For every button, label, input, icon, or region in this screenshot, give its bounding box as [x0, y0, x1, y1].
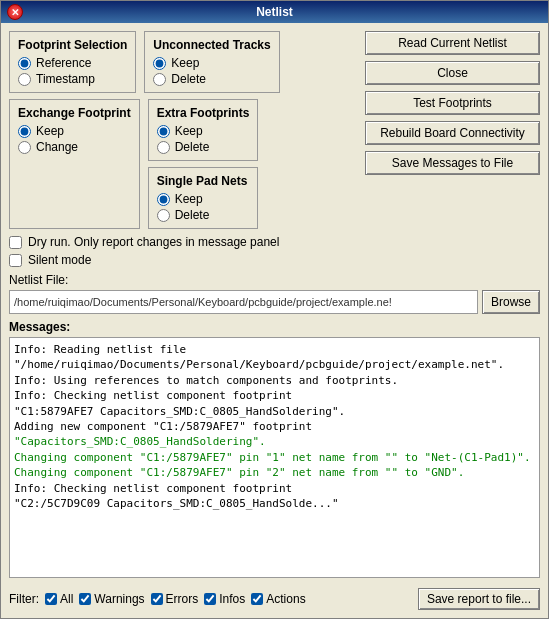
msg-line-9: Changing component "C1:/5879AFE7" pin "2…: [14, 465, 535, 480]
extra-delete-row[interactable]: Delete: [157, 140, 250, 154]
filter-infos-row[interactable]: Infos: [204, 592, 245, 606]
msg-line-3: Info: Using references to match componen…: [14, 373, 535, 388]
filter-infos-checkbox[interactable]: [204, 593, 216, 605]
exchange-keep-radio[interactable]: [18, 125, 31, 138]
msg-line-1: Info: Reading netlist file: [14, 342, 535, 357]
right-buttons: Read Current Netlist Close Test Footprin…: [365, 31, 540, 229]
single-pad-nets-panel: Single Pad Nets Keep Delete: [148, 167, 259, 229]
netlist-file-input[interactable]: [9, 290, 478, 314]
filter-label: Filter:: [9, 592, 39, 606]
footprint-reference-radio[interactable]: [18, 57, 31, 70]
filter-all-label: All: [60, 592, 73, 606]
filter-warnings-checkbox[interactable]: [79, 593, 91, 605]
msg-line-8: Changing component "C1:/5879AFE7" pin "1…: [14, 450, 535, 465]
msg-line-5: "C1:5879AFE7 Capacitors_SMD:C_0805_HandS…: [14, 404, 535, 419]
netlist-file-label: Netlist File:: [9, 273, 540, 287]
top-section: Footprint Selection Reference Timestamp: [9, 31, 540, 229]
close-button-main[interactable]: Close: [365, 61, 540, 85]
silent-mode-row[interactable]: Silent mode: [9, 253, 540, 267]
extra-delete-label: Delete: [175, 140, 210, 154]
filter-warnings-row[interactable]: Warnings: [79, 592, 144, 606]
single-pad-delete-label: Delete: [175, 208, 210, 222]
exchange-change-row[interactable]: Change: [18, 140, 131, 154]
footprint-timestamp-row[interactable]: Timestamp: [18, 72, 127, 86]
extra-keep-radio[interactable]: [157, 125, 170, 138]
extra-delete-radio[interactable]: [157, 141, 170, 154]
single-pad-keep-radio[interactable]: [157, 193, 170, 206]
file-row: Browse: [9, 290, 540, 314]
unconnected-tracks-panel: Unconnected Tracks Keep Delete: [144, 31, 279, 93]
unconnected-delete-radio[interactable]: [153, 73, 166, 86]
dry-run-row[interactable]: Dry run. Only report changes in message …: [9, 235, 540, 249]
messages-label: Messages:: [9, 320, 540, 334]
exchange-keep-row[interactable]: Keep: [18, 124, 131, 138]
extra-keep-row[interactable]: Keep: [157, 124, 250, 138]
close-button[interactable]: ✕: [7, 4, 23, 20]
msg-line-7: "Capacitors_SMD:C_0805_HandSoldering".: [14, 434, 535, 449]
dry-run-checkbox[interactable]: [9, 236, 22, 249]
left-panels: Footprint Selection Reference Timestamp: [9, 31, 357, 229]
single-pad-nets-title: Single Pad Nets: [157, 174, 250, 188]
single-pad-delete-radio[interactable]: [157, 209, 170, 222]
filter-errors-label: Errors: [166, 592, 199, 606]
exchange-footprint-panel: Exchange Footprint Keep Change: [9, 99, 140, 229]
unconnected-tracks-group: Keep Delete: [153, 56, 270, 86]
messages-section: Messages: Info: Reading netlist file "/h…: [9, 320, 540, 578]
filter-bar: Filter: All Warnings Errors Infos Action…: [9, 584, 540, 610]
footprint-selection-group: Reference Timestamp: [18, 56, 127, 86]
unconnected-tracks-title: Unconnected Tracks: [153, 38, 270, 52]
extra-footprints-title: Extra Footprints: [157, 106, 250, 120]
exchange-keep-label: Keep: [36, 124, 64, 138]
msg-line-11: "C2:/5C7D9C09 Capacitors_SMD:C_0805_Hand…: [14, 496, 535, 511]
exchange-footprint-group: Keep Change: [18, 124, 131, 154]
right-sub-panels: Extra Footprints Keep Delete: [148, 99, 259, 229]
footprint-reference-row[interactable]: Reference: [18, 56, 127, 70]
filter-warnings-label: Warnings: [94, 592, 144, 606]
footprint-timestamp-radio[interactable]: [18, 73, 31, 86]
silent-mode-checkbox[interactable]: [9, 254, 22, 267]
filter-errors-checkbox[interactable]: [151, 593, 163, 605]
read-current-netlist-button[interactable]: Read Current Netlist: [365, 31, 540, 55]
rebuild-board-connectivity-button[interactable]: Rebuild Board Connectivity: [365, 121, 540, 145]
save-messages-button[interactable]: Save Messages to File: [365, 151, 540, 175]
window-title: Netlist: [256, 5, 293, 19]
content-area: Footprint Selection Reference Timestamp: [1, 23, 548, 618]
footprint-selection-title: Footprint Selection: [18, 38, 127, 52]
footprint-timestamp-label: Timestamp: [36, 72, 95, 86]
extra-footprints-group: Keep Delete: [157, 124, 250, 154]
middle-row-panels: Exchange Footprint Keep Change: [9, 99, 357, 229]
unconnected-keep-radio[interactable]: [153, 57, 166, 70]
checkboxes-section: Dry run. Only report changes in message …: [9, 235, 540, 267]
msg-line-2: "/home/ruiqimao/Documents/Personal/Keybo…: [14, 357, 535, 372]
exchange-change-label: Change: [36, 140, 78, 154]
single-pad-nets-group: Keep Delete: [157, 192, 250, 222]
single-pad-delete-row[interactable]: Delete: [157, 208, 250, 222]
filter-actions-label: Actions: [266, 592, 305, 606]
filter-actions-row[interactable]: Actions: [251, 592, 305, 606]
msg-line-10: Info: Checking netlist component footpri…: [14, 481, 535, 496]
footprint-reference-label: Reference: [36, 56, 91, 70]
unconnected-delete-row[interactable]: Delete: [153, 72, 270, 86]
silent-mode-label: Silent mode: [28, 253, 91, 267]
save-report-button[interactable]: Save report to file...: [418, 588, 540, 610]
single-pad-keep-row[interactable]: Keep: [157, 192, 250, 206]
extra-keep-label: Keep: [175, 124, 203, 138]
filter-all-row[interactable]: All: [45, 592, 73, 606]
filter-actions-checkbox[interactable]: [251, 593, 263, 605]
msg-line-4: Info: Checking netlist component footpri…: [14, 388, 535, 403]
dry-run-label: Dry run. Only report changes in message …: [28, 235, 279, 249]
unconnected-delete-label: Delete: [171, 72, 206, 86]
unconnected-keep-label: Keep: [171, 56, 199, 70]
browse-button[interactable]: Browse: [482, 290, 540, 314]
main-window: ✕ Netlist Footprint Selection Reference: [0, 0, 549, 619]
messages-box[interactable]: Info: Reading netlist file "/home/ruiqim…: [10, 338, 539, 577]
filter-all-checkbox[interactable]: [45, 593, 57, 605]
exchange-change-radio[interactable]: [18, 141, 31, 154]
top-row-panels: Footprint Selection Reference Timestamp: [9, 31, 357, 93]
messages-wrapper: Info: Reading netlist file "/home/ruiqim…: [9, 337, 540, 578]
filter-infos-label: Infos: [219, 592, 245, 606]
test-footprints-button[interactable]: Test Footprints: [365, 91, 540, 115]
single-pad-keep-label: Keep: [175, 192, 203, 206]
filter-errors-row[interactable]: Errors: [151, 592, 199, 606]
unconnected-keep-row[interactable]: Keep: [153, 56, 270, 70]
